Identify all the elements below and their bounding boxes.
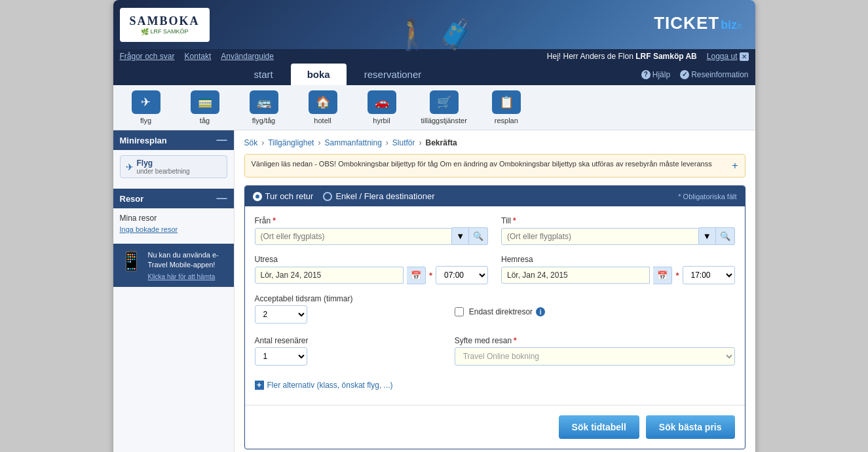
radio-tur-retur[interactable]: Tur och retur — [253, 191, 314, 201]
form-row-antal: Antal resenärer 1 Syfte med resan * — [255, 336, 735, 366]
direktresor-info-icon[interactable]: i — [536, 307, 545, 316]
flygtag-icon: 🚌 — [250, 90, 278, 114]
topnav-fragor[interactable]: Frågor och svar — [120, 52, 175, 61]
breadcrumb: Sök › Tillgänglighet › Sammanfattning › … — [244, 138, 745, 147]
nav-flyg[interactable]: ✈ flyg — [126, 90, 166, 124]
hemresa-date-input[interactable] — [501, 267, 650, 284]
warning-expand-icon[interactable]: + — [732, 160, 738, 172]
till-input[interactable] — [501, 228, 699, 245]
breadcrumb-slutfor[interactable]: Slutför — [392, 138, 415, 147]
form-row-dates: Utresa 📅 * 07:00 — [255, 255, 735, 284]
till-label: Till * — [501, 216, 735, 225]
nav-flygtag[interactable]: 🚌 flyg/tåg — [244, 90, 284, 124]
radio-enkel[interactable]: Enkel / Flera destinationer — [323, 191, 434, 201]
sidebar-app-banner: 📱 Nu kan du använda e-Travel Mobile-appe… — [113, 244, 234, 287]
sidebar-resor-header: Resor — — [113, 189, 234, 208]
app-link[interactable]: Klicka här för att hämta — [148, 273, 227, 280]
hemresa-time-select[interactable]: 17:00 — [683, 266, 735, 284]
form-group-till: Till * ▼ 🔍 — [501, 216, 735, 245]
sidebar: Miniresplan — ✈ Flyg under bearbetning R… — [113, 130, 235, 452]
antal-select[interactable]: 1 — [255, 347, 307, 366]
main-container: SAMBOKA 🌿 LRF SAMKÖP 🚶 🧳 TICKET biz ® Fr… — [113, 0, 755, 452]
utresa-calendar-btn[interactable]: 📅 — [407, 267, 426, 284]
breadcrumb-sammanfattning[interactable]: Sammanfattning — [324, 138, 381, 147]
sidebar-resor: Resor — Mina resor Inga bokade resor — [113, 189, 234, 238]
nav-resplan[interactable]: 📋 resplan — [487, 90, 526, 124]
breadcrumb-sok[interactable]: Sök — [244, 138, 258, 147]
hemresa-calendar-btn[interactable]: 📅 — [653, 267, 672, 284]
resinfo-icon: ✓ — [680, 70, 689, 79]
main-tabs-right: ? Hjälp ✓ Reseinformation — [641, 70, 749, 79]
utresa-date-input[interactable] — [255, 267, 404, 284]
ticket-text: TICKET — [654, 13, 719, 33]
fran-search-btn[interactable]: 🔍 — [469, 227, 488, 245]
main-content: Sök › Tillgänglighet › Sammanfattning › … — [235, 130, 755, 452]
form-group-fran: Från * ▼ 🔍 — [255, 216, 489, 245]
radio-tur-retur-circle[interactable] — [253, 192, 262, 201]
topnav-kontakt[interactable]: Kontakt — [185, 52, 212, 61]
syfte-select[interactable]: Travel Online bokning — [455, 347, 735, 366]
logo-samboka: SAMBOKA — [130, 14, 200, 28]
nav-tillagg[interactable]: 🛒 tilläggstjänster — [421, 90, 467, 124]
help-link[interactable]: ? Hjälp — [641, 70, 670, 79]
tidsram-label: Acceptabel tidsram (timmar) — [255, 294, 442, 303]
nav-tag[interactable]: 🚃 tåg — [185, 90, 225, 124]
breadcrumb-sep3: › — [386, 138, 388, 147]
flygtag-label: flyg/tåg — [252, 117, 275, 124]
tab-boka[interactable]: boka — [291, 64, 347, 85]
topnav-anvandarguide[interactable]: Användarguide — [221, 52, 274, 61]
sidebar-resor-minimize-icon[interactable]: — — [217, 193, 227, 204]
till-search-btn[interactable]: 🔍 — [716, 227, 735, 245]
sidebar-miniresplan: Miniresplan — ✈ Flyg under bearbetning — [113, 130, 234, 183]
tillagg-icon: 🛒 — [430, 90, 459, 114]
sidebar-minimize-icon[interactable]: — — [217, 134, 227, 146]
inga-bokade-link[interactable]: Inga bokade resor — [120, 225, 227, 233]
nav-hotell[interactable]: 🏠 hotell — [303, 90, 343, 124]
direktresor-label: Endast direktresor i — [469, 307, 545, 316]
nav-hyrbil[interactable]: 🚗 hyrbil — [362, 90, 402, 124]
figure-right-icon: 🧳 — [438, 20, 474, 49]
till-dropdown-btn[interactable]: ▼ — [699, 227, 716, 245]
flyg-icon: ✈ — [132, 90, 160, 114]
syfte-label: Syfte med resan * — [455, 336, 735, 345]
fran-input[interactable] — [255, 228, 453, 245]
header: SAMBOKA 🌿 LRF SAMKÖP 🚶 🧳 TICKET biz ® — [113, 0, 755, 49]
tag-icon: 🚃 — [191, 90, 219, 114]
resplan-icon: 📋 — [492, 90, 521, 114]
logout-link[interactable]: Logga ut ✕ — [707, 52, 749, 61]
main-tabs-center: start boka reservationer — [120, 64, 438, 85]
resinfo-link[interactable]: ✓ Reseinformation — [680, 70, 748, 79]
breadcrumb-sep2: › — [318, 138, 320, 147]
utresa-date-time: 📅 * 07:00 — [255, 266, 489, 284]
more-options[interactable]: + Fler alternativ (klass, önskat flyg, .… — [255, 375, 735, 395]
warning-text: Vänligen läs nedan - OBS! Ombokningsbar … — [252, 160, 712, 168]
fran-dropdown-btn[interactable]: ▼ — [452, 227, 469, 245]
radio-enkel-circle[interactable] — [323, 192, 332, 201]
sok-tidtabell-button[interactable]: Sök tidtabell — [559, 415, 639, 439]
form-header: Tur och retur Enkel / Flera destinatione… — [245, 186, 745, 206]
sok-basta-pris-button[interactable]: Sök bästa pris — [646, 415, 735, 439]
sidebar-miniresplan-header: Miniresplan — — [113, 130, 234, 150]
hyrbil-icon: 🚗 — [368, 90, 396, 114]
sidebar-miniresplan-body: ✈ Flyg under bearbetning — [113, 150, 234, 183]
header-image: 🚶 🧳 — [394, 0, 474, 49]
tab-start[interactable]: start — [238, 64, 290, 85]
tillagg-label: tilläggstjänster — [421, 117, 467, 124]
till-required: * — [513, 216, 516, 225]
form-group-syfte: Syfte med resan * Travel Online bokning — [455, 336, 735, 366]
breadcrumb-tillganglighet[interactable]: Tillgänglighet — [268, 138, 314, 147]
more-options-icon: + — [255, 381, 264, 390]
mina-resor-label: Mina resor — [120, 214, 227, 223]
help-icon: ? — [641, 70, 651, 79]
tag-label: tåg — [200, 117, 210, 124]
form-group-hemresa: Hemresa 📅 * 17:00 — [501, 255, 735, 284]
breadcrumb-sep1: › — [261, 138, 264, 147]
direktresor-checkbox[interactable] — [455, 307, 464, 316]
app-title-text: Nu kan du använda e-Travel Mobile-appen! — [148, 250, 227, 271]
tab-reservationer[interactable]: reservationer — [348, 64, 438, 85]
tidsram-select[interactable]: 2 — [255, 305, 307, 324]
utresa-time-select[interactable]: 07:00 — [436, 266, 488, 284]
resplan-label: resplan — [495, 117, 518, 124]
warning-box: Vänligen läs nedan - OBS! Ombokningsbar … — [244, 154, 745, 178]
hotell-label: hotell — [314, 117, 331, 124]
